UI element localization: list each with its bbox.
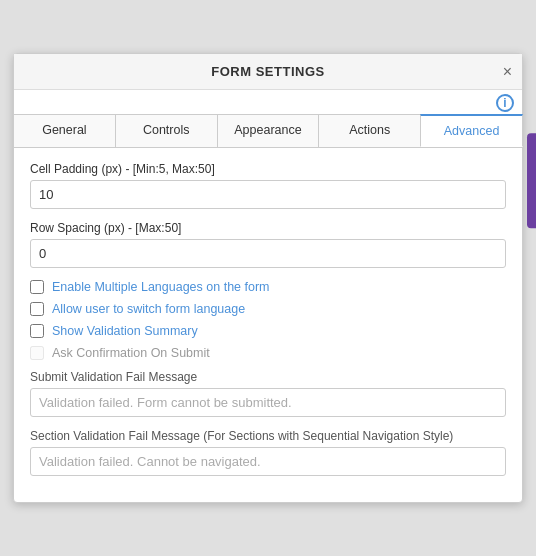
tab-appearance[interactable]: Appearance	[217, 114, 320, 147]
dialog-header: FORM SETTINGS ×	[14, 54, 522, 90]
validation-summary-label[interactable]: Show Validation Summary	[52, 324, 198, 338]
switch-lang-label[interactable]: Allow user to switch form language	[52, 302, 245, 316]
row-spacing-label: Row Spacing (px) - [Max:50]	[30, 221, 506, 235]
section-fail-input[interactable]	[30, 447, 506, 476]
cell-padding-label: Cell Padding (px) - [Min:5, Max:50]	[30, 162, 506, 176]
dialog-title: FORM SETTINGS	[211, 64, 324, 79]
switch-lang-checkbox[interactable]	[30, 302, 44, 316]
info-row: i	[14, 90, 522, 114]
cell-padding-group: Cell Padding (px) - [Min:5, Max:50]	[30, 162, 506, 209]
content-area: Cell Padding (px) - [Min:5, Max:50] Row …	[14, 148, 522, 502]
ask-confirm-checkbox	[30, 346, 44, 360]
close-button[interactable]: ×	[503, 64, 512, 80]
multi-lang-group: Enable Multiple Languages on the form	[30, 280, 506, 294]
validation-summary-checkbox[interactable]	[30, 324, 44, 338]
app-data-tab[interactable]: ❮ App Data	[527, 133, 536, 228]
multi-lang-label[interactable]: Enable Multiple Languages on the form	[52, 280, 270, 294]
section-fail-group: Section Validation Fail Message (For Sec…	[30, 429, 506, 476]
switch-lang-group: Allow user to switch form language	[30, 302, 506, 316]
submit-fail-input[interactable]	[30, 388, 506, 417]
tabs-bar: General Controls Appearance Actions Adva…	[14, 114, 522, 148]
ask-confirm-group: Ask Confirmation On Submit	[30, 346, 506, 360]
tab-actions[interactable]: Actions	[318, 114, 421, 147]
row-spacing-input[interactable]	[30, 239, 506, 268]
cell-padding-input[interactable]	[30, 180, 506, 209]
submit-fail-group: Submit Validation Fail Message	[30, 370, 506, 417]
tab-advanced[interactable]: Advanced	[420, 114, 523, 147]
ask-confirm-label: Ask Confirmation On Submit	[52, 346, 210, 360]
multi-lang-checkbox[interactable]	[30, 280, 44, 294]
submit-fail-label: Submit Validation Fail Message	[30, 370, 506, 384]
validation-summary-group: Show Validation Summary	[30, 324, 506, 338]
info-icon[interactable]: i	[496, 94, 514, 112]
tab-controls[interactable]: Controls	[115, 114, 218, 147]
tab-general[interactable]: General	[14, 114, 116, 147]
row-spacing-group: Row Spacing (px) - [Max:50]	[30, 221, 506, 268]
section-fail-label: Section Validation Fail Message (For Sec…	[30, 429, 506, 443]
